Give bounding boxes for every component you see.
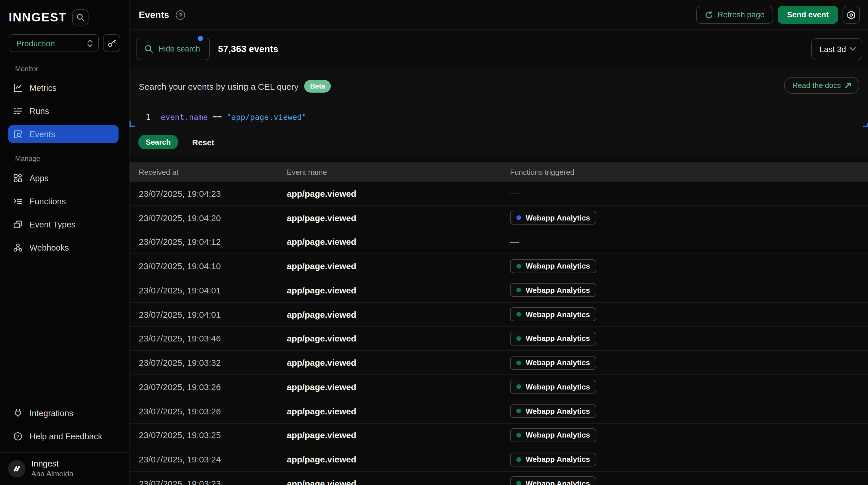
- event-functions-cell: Webapp Analytics: [510, 380, 868, 394]
- function-badge[interactable]: Webapp Analytics: [510, 452, 596, 466]
- events-table-header: Received at Event name Functions trigger…: [129, 162, 868, 182]
- refresh-page-button[interactable]: Refresh page: [696, 6, 773, 24]
- sidebar-item-runs[interactable]: Runs: [8, 102, 119, 120]
- sidebar-item-label: Event Types: [30, 220, 75, 229]
- sidebar-item-metrics[interactable]: Metrics: [8, 79, 119, 97]
- event-received-at: 23/07/2025, 19:03:24: [139, 454, 287, 464]
- send-event-label: Send event: [787, 10, 829, 19]
- event-row[interactable]: 23/07/2025, 19:04:10app/page.viewedWebap…: [129, 254, 868, 279]
- sidebar-item-webhooks[interactable]: Webhooks: [8, 238, 119, 256]
- hide-search-label: Hide search: [158, 45, 200, 53]
- event-keys-button[interactable]: [103, 34, 120, 52]
- column-header-received-at: Received at: [139, 168, 287, 176]
- account-user-name: Ana Almeida: [31, 470, 73, 478]
- function-badge[interactable]: Webapp Analytics: [510, 307, 596, 321]
- event-name: app/page.viewed: [287, 406, 510, 416]
- environment-settings-button[interactable]: [842, 6, 860, 24]
- events-toolbar: Hide search 57,363 events Last 3d: [129, 30, 868, 68]
- cel-query-code: event.name == "app/page.viewed": [161, 112, 307, 121]
- event-name: app/page.viewed: [287, 430, 510, 440]
- external-link-icon: [845, 82, 851, 89]
- event-row[interactable]: 23/07/2025, 19:03:24app/page.viewedWebap…: [129, 448, 868, 472]
- help-icon: ?: [13, 431, 23, 441]
- sidebar-divider: [0, 452, 129, 453]
- event-functions-cell: Webapp Analytics: [510, 404, 868, 418]
- sidebar: INNGEST Production Monitor Metrics: [0, 0, 129, 485]
- gear-icon: [847, 10, 856, 19]
- event-row[interactable]: 23/07/2025, 19:03:23app/page.viewedWebap…: [129, 472, 868, 485]
- sidebar-search-button[interactable]: [72, 9, 89, 26]
- event-row[interactable]: 23/07/2025, 19:03:26app/page.viewedWebap…: [129, 399, 868, 424]
- time-range-value: Last 3d: [819, 44, 846, 54]
- runs-icon: [13, 106, 23, 115]
- function-badge-label: Webapp Analytics: [526, 334, 590, 343]
- sidebar-item-help-and-feedback[interactable]: ? Help and Feedback: [8, 427, 119, 445]
- event-row[interactable]: 23/07/2025, 19:04:01app/page.viewedWebap…: [129, 278, 868, 303]
- cel-panel-title: Search your events by using a CEL query: [139, 81, 299, 91]
- function-badge[interactable]: Webapp Analytics: [510, 477, 596, 485]
- function-badge[interactable]: Webapp Analytics: [510, 404, 596, 418]
- event-row[interactable]: 23/07/2025, 19:03:46app/page.viewedWebap…: [129, 327, 868, 351]
- function-badge[interactable]: Webapp Analytics: [510, 332, 596, 345]
- function-badge-label: Webapp Analytics: [526, 213, 590, 222]
- event-name: app/page.viewed: [287, 309, 510, 319]
- function-badge[interactable]: Webapp Analytics: [510, 259, 596, 273]
- event-name: app/page.viewed: [287, 189, 510, 199]
- sidebar-item-events[interactable]: Events: [8, 125, 119, 143]
- function-badge[interactable]: Webapp Analytics: [510, 283, 596, 297]
- event-row[interactable]: 23/07/2025, 19:04:12app/page.viewed—: [129, 230, 868, 254]
- time-range-selector[interactable]: Last 3d: [811, 38, 862, 60]
- read-the-docs-button[interactable]: Read the docs: [784, 77, 859, 94]
- event-row[interactable]: 23/07/2025, 19:03:26app/page.viewedWebap…: [129, 375, 868, 399]
- function-status-dot-completed: [517, 433, 521, 437]
- notification-dot: [198, 36, 203, 41]
- cel-query-editor[interactable]: 1 event.name == "app/page.viewed": [129, 111, 868, 123]
- sidebar-item-apps[interactable]: Apps: [8, 169, 119, 187]
- function-badge-label: Webapp Analytics: [526, 479, 590, 485]
- event-received-at: 23/07/2025, 19:03:26: [139, 406, 287, 416]
- sidebar-item-label: Apps: [30, 173, 49, 182]
- environment-selector[interactable]: Production: [9, 34, 99, 52]
- account-menu[interactable]: Inngest Ana Almeida: [8, 459, 123, 478]
- sidebar-item-label: Runs: [30, 106, 49, 115]
- event-row[interactable]: 23/07/2025, 19:03:25app/page.viewedWebap…: [129, 423, 868, 448]
- event-row[interactable]: 23/07/2025, 19:04:23app/page.viewed—: [129, 182, 868, 206]
- function-badge-label: Webapp Analytics: [526, 431, 590, 439]
- editor-focus-corner-left: [129, 121, 135, 127]
- code-property-token: event.name: [161, 112, 208, 121]
- search-button[interactable]: Search: [138, 135, 178, 149]
- event-functions-cell: Webapp Analytics: [510, 283, 868, 297]
- page-help-icon[interactable]: ?: [176, 10, 185, 19]
- main-content: Events ? Refresh page Send event: [129, 0, 868, 485]
- sidebar-item-functions[interactable]: Functions: [8, 192, 119, 210]
- function-badge[interactable]: Webapp Analytics: [510, 428, 596, 442]
- event-received-at: 23/07/2025, 19:03:46: [139, 334, 287, 343]
- function-badge[interactable]: Webapp Analytics: [510, 211, 596, 225]
- event-functions-cell: —: [510, 237, 868, 247]
- event-row[interactable]: 23/07/2025, 19:04:20app/page.viewedWebap…: [129, 206, 868, 230]
- page-title: Events: [139, 9, 169, 20]
- inngest-logo: INNGEST: [9, 10, 67, 24]
- events-icon: [13, 130, 23, 139]
- function-badge[interactable]: Webapp Analytics: [510, 355, 596, 370]
- event-received-at: 23/07/2025, 19:04:12: [139, 237, 287, 247]
- metrics-icon: [13, 83, 23, 92]
- event-name: app/page.viewed: [287, 382, 510, 392]
- sidebar-item-event-types[interactable]: Event Types: [8, 215, 119, 233]
- event-received-at: 23/07/2025, 19:04:23: [139, 189, 287, 199]
- event-row[interactable]: 23/07/2025, 19:04:01app/page.viewedWebap…: [129, 303, 868, 327]
- function-status-dot-completed: [517, 384, 521, 389]
- function-badge-label: Webapp Analytics: [526, 406, 590, 415]
- send-event-button[interactable]: Send event: [778, 6, 838, 24]
- event-functions-cell: Webapp Analytics: [510, 428, 868, 442]
- event-row[interactable]: 23/07/2025, 19:03:32app/page.viewedWebap…: [129, 351, 868, 375]
- cel-search-panel: Search your events by using a CEL query …: [129, 68, 868, 158]
- hide-search-button[interactable]: Hide search: [136, 38, 210, 60]
- event-received-at: 23/07/2025, 19:04:10: [139, 261, 287, 271]
- sidebar-item-integrations[interactable]: Integrations: [8, 404, 119, 422]
- function-status-dot-running: [517, 215, 521, 220]
- reset-button[interactable]: Reset: [192, 138, 214, 147]
- function-badge[interactable]: Webapp Analytics: [510, 380, 596, 394]
- editor-focus-corner-right: [863, 123, 868, 127]
- page-header: Events ? Refresh page Send event: [129, 0, 868, 30]
